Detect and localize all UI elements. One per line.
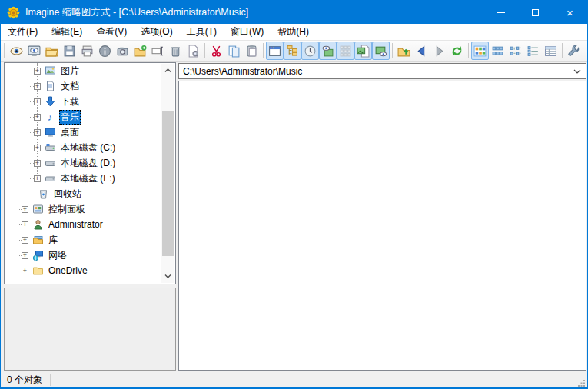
paste-button[interactable] (243, 42, 261, 60)
delete-button[interactable] (167, 42, 184, 60)
tree-item-downloads[interactable]: + 下载 (5, 94, 162, 109)
cut-icon (210, 45, 223, 58)
paste-icon (245, 45, 258, 58)
menu-view[interactable]: 查看(V) (89, 23, 134, 41)
tree-item-label: 本地磁盘 (E:) (59, 171, 117, 186)
toggle-grid-button[interactable] (337, 42, 354, 60)
wrench-icon (567, 45, 580, 58)
cut-button[interactable] (208, 42, 225, 60)
settings-button[interactable] (565, 42, 583, 60)
menu-help[interactable]: 帮助(H) (271, 23, 316, 41)
tree-scrollbar[interactable] (161, 64, 174, 283)
back-button[interactable] (413, 42, 430, 60)
view-tiles-button[interactable] (507, 42, 524, 60)
view-icons-button[interactable] (489, 42, 507, 60)
tree-item-network[interactable]: + 网络 (5, 248, 162, 263)
rename-icon (151, 45, 164, 58)
expand-icon[interactable]: + (22, 237, 28, 244)
address-dropdown-button[interactable] (569, 69, 586, 74)
address-combobox[interactable]: C:\Users\Administrator\Music (178, 63, 586, 79)
expand-icon[interactable]: + (34, 83, 41, 90)
view-details-button[interactable] (542, 42, 560, 60)
expand-icon[interactable]: + (34, 98, 41, 105)
tree-item-control-panel[interactable]: + 控制面板 (5, 201, 162, 217)
drive-c-icon (44, 142, 56, 154)
view-list-icon (527, 45, 540, 58)
tree-item-administrator[interactable]: + Administrator (5, 217, 162, 232)
view-thumbnails-button[interactable] (471, 42, 489, 60)
tree-item-label: 本地磁盘 (D:) (59, 156, 117, 171)
toggle-preview-pane-button[interactable] (319, 42, 337, 60)
pictures-icon (44, 65, 56, 77)
scroll-up-button[interactable] (161, 64, 174, 77)
forward-button[interactable] (430, 42, 448, 60)
window-title: Imagine 缩略图方式 - [C:\Users\Administrator\… (25, 6, 483, 19)
copy-button[interactable] (225, 42, 243, 60)
scroll-down-button[interactable] (161, 270, 174, 283)
window-panel-icon (268, 45, 281, 58)
tree-item-label: OneDrive (47, 264, 89, 277)
folder-tree: + 图片 + 文档 + 下载 + ♪ 音乐 (5, 63, 162, 284)
menu-file[interactable]: 文件(F) (1, 23, 45, 41)
monitor-eye-icon (28, 45, 41, 58)
up-level-button[interactable] (395, 42, 413, 60)
expand-icon[interactable]: + (34, 175, 41, 182)
menu-window[interactable]: 窗口(W) (224, 23, 271, 41)
preview-button[interactable] (8, 42, 25, 60)
expand-icon[interactable]: + (34, 160, 41, 167)
folder-tree-panel: + 图片 + 文档 + 下载 + ♪ 音乐 (4, 62, 176, 284)
open-button[interactable] (43, 42, 61, 60)
expand-icon[interactable]: + (22, 268, 28, 274)
tree-item-recycle-bin[interactable]: 回收站 (5, 186, 162, 201)
tree-item-pictures[interactable]: + 图片 (5, 63, 162, 78)
fullscreen-view-button[interactable] (25, 42, 43, 60)
address-value[interactable]: C:\Users\Administrator\Music (179, 66, 569, 77)
print-button[interactable] (78, 42, 96, 60)
refresh-button[interactable] (448, 42, 466, 60)
expand-icon[interactable]: + (22, 221, 28, 228)
rename-button[interactable] (149, 42, 167, 60)
toggle-image-preview-button[interactable] (372, 42, 390, 60)
menu-edit[interactable]: 编辑(E) (45, 23, 89, 41)
close-button[interactable]: × (553, 1, 587, 24)
menu-options[interactable]: 选项(O) (134, 23, 179, 41)
tree-item-drive-e[interactable]: + 本地磁盘 (E:) (5, 171, 162, 186)
toggle-thumbnail-page-button[interactable] (354, 42, 372, 60)
preview-panel (4, 288, 176, 371)
scroll-thumb[interactable] (162, 111, 174, 256)
capture-button[interactable] (114, 42, 131, 60)
clock-icon (304, 45, 317, 58)
toolbar-gripper[interactable] (4, 43, 5, 58)
maximize-button[interactable] (518, 1, 553, 24)
maximize-icon (532, 9, 539, 16)
new-folder-button[interactable] (131, 42, 149, 60)
expand-icon[interactable]: + (34, 129, 41, 136)
expand-icon[interactable]: + (22, 252, 28, 259)
title-bar[interactable]: Imagine 缩略图方式 - [C:\Users\Administrator\… (1, 1, 587, 24)
tree-item-desktop[interactable]: + 桌面 (5, 125, 162, 140)
view-list-button[interactable] (524, 42, 542, 60)
expand-icon[interactable]: + (34, 68, 41, 75)
menu-tools[interactable]: 工具(T) (180, 23, 224, 41)
tree-item-documents[interactable]: + 文档 (5, 78, 162, 94)
tree-item-onedrive[interactable]: + OneDrive (5, 263, 162, 278)
tree-item-label: Administrator (47, 218, 105, 231)
thumbnail-view-area[interactable] (178, 81, 586, 371)
tree-item-drive-c[interactable]: + 本地磁盘 (C:) (5, 140, 162, 155)
tree-item-music[interactable]: + ♪ 音乐 (5, 109, 162, 125)
open-folder-icon (45, 45, 58, 58)
tree-item-drive-d[interactable]: + 本地磁盘 (D:) (5, 155, 162, 171)
minimize-button[interactable] (483, 1, 518, 24)
resize-grip[interactable] (576, 378, 586, 387)
toggle-folder-tree-button[interactable] (284, 42, 301, 60)
expand-icon[interactable]: + (22, 206, 28, 213)
user-icon (32, 219, 44, 231)
info-button[interactable] (96, 42, 114, 60)
toggle-toolbar-button[interactable] (266, 42, 284, 60)
expand-icon[interactable]: + (34, 145, 41, 151)
toggle-history-button[interactable] (301, 42, 319, 60)
expand-icon[interactable]: + (34, 114, 41, 121)
save-button[interactable] (61, 42, 78, 60)
file-settings-button[interactable] (184, 42, 202, 60)
tree-item-libraries[interactable]: + 库 (5, 232, 162, 248)
